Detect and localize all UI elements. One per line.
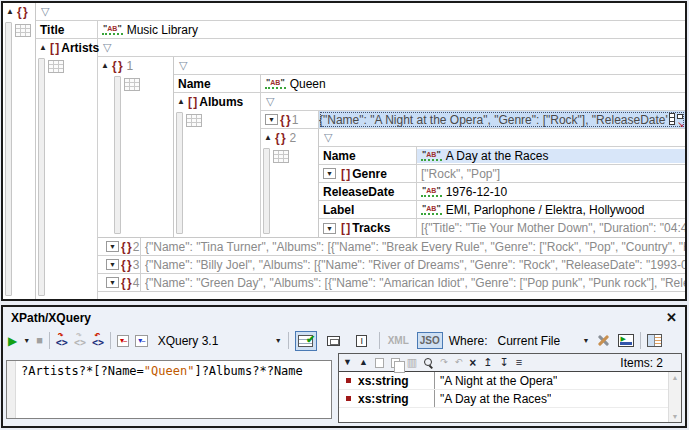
- object-type-badge: { }: [121, 240, 131, 254]
- json-mode-toggle[interactable]: JSO: [417, 332, 443, 349]
- result-value[interactable]: "A Day at the Races": [435, 392, 551, 406]
- selected-album-cell[interactable]: {"Name": "A Night at the Opera", "Genre"…: [319, 111, 685, 128]
- collapse-track[interactable]: [176, 112, 183, 234]
- title-value-cell[interactable]: AB Music Library: [98, 23, 685, 37]
- search-icon[interactable]: [424, 358, 433, 367]
- collapse-icon[interactable]: ▲: [177, 98, 185, 106]
- album-name-key[interactable]: Name: [319, 147, 417, 164]
- expand-table-popup-icon[interactable]: ↘: [668, 113, 684, 127]
- expand-icon[interactable]: ▼: [265, 114, 278, 125]
- xquery-version-select[interactable]: XQuery 3.1 ▼: [154, 334, 282, 348]
- title-key-cell[interactable]: Title: [36, 21, 98, 38]
- prev-result-icon[interactable]: ▲: [359, 358, 368, 367]
- debugger-stop-icon[interactable]: <>: [92, 334, 104, 348]
- name-value-cell[interactable]: AB Queen: [261, 77, 685, 91]
- albums-label: Albums: [199, 95, 243, 109]
- table-view-icon[interactable]: [273, 150, 289, 163]
- name-key-cell[interactable]: Name: [174, 75, 261, 92]
- label-value[interactable]: AB EMI, Parlophone / Elektra, Hollywood: [417, 203, 685, 217]
- filter-icon[interactable]: ▽: [319, 132, 332, 143]
- expand-icon[interactable]: ▼: [106, 277, 119, 288]
- columns-icon: ▥: [407, 357, 417, 368]
- collapse-icon[interactable]: ▲: [101, 62, 109, 70]
- albums-key-cell[interactable]: ▲ [ ] Albums: [174, 93, 261, 237]
- artist-2-row[interactable]: ▼ { } 2 {"Name": "Tina Turner", "Albums"…: [98, 238, 685, 256]
- filter-icon[interactable]: ▽: [36, 6, 49, 17]
- table-view-icon[interactable]: [186, 114, 202, 127]
- collapse-track[interactable]: [263, 148, 270, 234]
- string-type-icon: AB: [421, 150, 442, 161]
- scope-select[interactable]: Current File ▼: [493, 334, 589, 348]
- result-value[interactable]: "A Night at the Opera": [435, 374, 557, 388]
- object-type-badge: { }: [121, 258, 131, 272]
- tracks-value[interactable]: [{"Title": "Tie Your Mother Down", "Dura…: [417, 221, 685, 235]
- editor-gutter: [7, 361, 16, 418]
- results-list: xs:string "A Night at the Opera" xs:stri…: [339, 372, 681, 422]
- artists-key-cell[interactable]: ▲ [ ] Artists: [36, 39, 98, 299]
- collapse-icon[interactable]: ▲: [264, 134, 272, 142]
- settings-icon[interactable]: [595, 333, 612, 348]
- word-wrap-icon[interactable]: ≡: [516, 357, 522, 368]
- copy-icon: [375, 358, 384, 368]
- table-view-icon[interactable]: [124, 78, 140, 91]
- toolbar-separator: [110, 332, 111, 349]
- query-expression[interactable]: ?Artists?*[?Name="Queen"]?Albums?*?Name: [16, 361, 308, 418]
- scroll-up-icon[interactable]: ▲: [672, 374, 679, 381]
- expand-icon[interactable]: ▼: [106, 259, 119, 270]
- filter-icon[interactable]: ▽: [174, 60, 187, 71]
- debugger-start-icon[interactable]: <>: [56, 334, 68, 348]
- run-options-dropdown-icon[interactable]: ▼: [23, 337, 30, 344]
- item-index: 4: [133, 276, 140, 290]
- goto-start-icon[interactable]: ↥: [483, 357, 492, 368]
- filter-icon[interactable]: ▽: [98, 42, 111, 53]
- insert-tracepoint-icon[interactable]: ▾--: [135, 335, 147, 347]
- collapse-track[interactable]: [114, 76, 121, 234]
- result-row[interactable]: xs:string "A Day at the Races": [339, 390, 668, 408]
- releasedate-key[interactable]: ReleaseDate: [319, 183, 417, 200]
- goto-end-icon[interactable]: ↧: [500, 357, 509, 368]
- result-row[interactable]: xs:string "A Night at the Opera": [339, 372, 668, 390]
- tracks-key[interactable]: ▼ [ ] Tracks: [319, 219, 417, 237]
- evaluation-mode-button[interactable]: [295, 331, 317, 351]
- artist-3-row[interactable]: ▼ { } 3 {"Name": "Billy Joel", "Albums":…: [98, 256, 685, 274]
- clear-results-icon[interactable]: ×: [469, 357, 476, 369]
- object-type-badge: { }: [121, 276, 131, 290]
- collapse-icon[interactable]: ▲: [39, 44, 47, 52]
- open-in-window-icon[interactable]: [618, 334, 634, 347]
- insert-breakpoint-icon[interactable]: ▾--: [117, 335, 129, 347]
- panel-title: XPath/XQuery: [11, 311, 91, 325]
- artist-4-row[interactable]: ▼ { } 4 {"Name": "Green Day", "Albums": …: [98, 274, 685, 292]
- genre-key[interactable]: ▼ [ ] Genre: [319, 165, 417, 182]
- scroll-down-icon[interactable]: ▼: [672, 413, 679, 420]
- object-type-badge: { }: [280, 113, 290, 127]
- releasedate-value[interactable]: AB 1976-12-10: [417, 185, 685, 199]
- filter-icon[interactable]: ▽: [261, 96, 274, 107]
- collapse-track[interactable]: [38, 58, 45, 296]
- text-cursor-button[interactable]: I: [351, 331, 373, 351]
- collapse-icon[interactable]: ▲: [6, 8, 14, 16]
- run-button[interactable]: ▶: [8, 335, 17, 347]
- collapse-track[interactable]: [5, 22, 12, 296]
- array-type-badge: [ ]: [341, 167, 349, 181]
- close-icon[interactable]: ✕: [666, 311, 677, 324]
- label-key[interactable]: Label: [319, 201, 417, 218]
- album-2-rail: ▲ { } 2: [261, 129, 319, 237]
- layout-icon[interactable]: [647, 334, 662, 347]
- album-name-value[interactable]: AB A Day at the Races: [417, 149, 685, 163]
- result-window-button[interactable]: [323, 331, 345, 351]
- album-1-row[interactable]: ▼ { } 1 {"Name": "A Night at the Opera",…: [261, 111, 685, 129]
- expand-icon[interactable]: ▼: [323, 223, 336, 234]
- string-type-icon: AB: [102, 24, 123, 35]
- table-view-icon[interactable]: [15, 24, 31, 37]
- item-index: 2: [133, 240, 140, 254]
- results-scrollbar[interactable]: ▲ ▼: [668, 372, 681, 422]
- album-2-filter-row: ▽: [319, 129, 685, 147]
- query-editor[interactable]: ?Artists?*[?Name="Queen"]?Albums?*?Name: [6, 360, 332, 419]
- table-view-icon[interactable]: [48, 60, 64, 73]
- next-result-icon[interactable]: ▼: [343, 358, 352, 367]
- albums-filter-row: ▽: [261, 93, 685, 111]
- expand-icon[interactable]: ▼: [106, 241, 119, 252]
- genre-value[interactable]: ["Rock", "Pop"]: [417, 167, 685, 181]
- xpath-panel: XPath/XQuery ✕ ▶ ▼ ■ <> <> <> ▾-- ▾-- XQ…: [1, 305, 687, 428]
- expand-icon[interactable]: ▼: [323, 168, 336, 179]
